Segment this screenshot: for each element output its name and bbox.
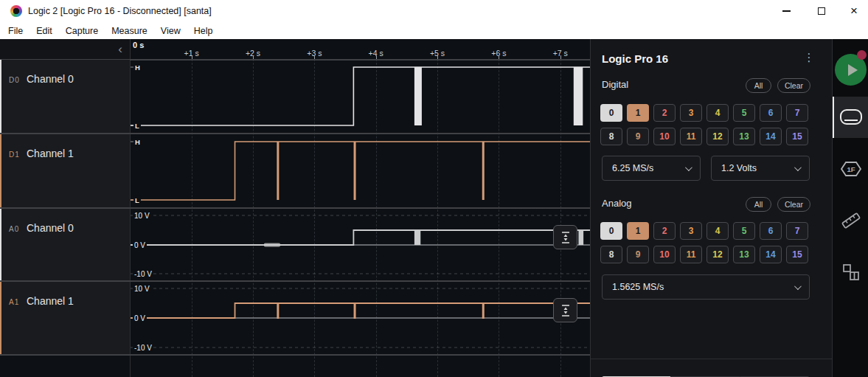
channel-index-label: D0 xyxy=(9,76,20,84)
digital-channel-button-6[interactable]: 6 xyxy=(760,104,782,122)
digital-sample-rate-value: 6.25 MS/s xyxy=(612,163,653,173)
sidebar-tab-measurements[interactable] xyxy=(833,200,868,241)
voltage-scale-label: -10 V xyxy=(133,344,153,352)
analyzers-1f-icon: 1F xyxy=(839,160,863,178)
menu-file[interactable]: File xyxy=(1,24,29,38)
analog-channel-button-5[interactable]: 5 xyxy=(733,222,755,240)
app-sidebar: 1F xyxy=(832,39,868,377)
autoscale-range-button[interactable] xyxy=(553,298,577,322)
channel-row-D1[interactable]: D1Channel 1 xyxy=(0,134,130,207)
logic2-window: Logic 2 [Logic Pro 16 - Disconnected] [s… xyxy=(0,0,868,377)
analog-channel-button-14[interactable]: 14 xyxy=(760,246,782,263)
sidebar-tab-device[interactable] xyxy=(833,97,868,138)
digital-channel-button-1[interactable]: 1 xyxy=(627,104,649,122)
digital-all-button[interactable]: All xyxy=(746,78,771,93)
row-divider xyxy=(0,354,590,356)
minimize-icon xyxy=(782,10,791,11)
waveform-row-D0[interactable]: HL xyxy=(130,60,590,133)
voltage-scale-label: -10 V xyxy=(133,270,153,278)
digital-channel-button-2[interactable]: 2 xyxy=(653,104,676,122)
channel-row-D0[interactable]: D0Channel 0 xyxy=(0,60,130,133)
analog-channel-button-13[interactable]: 13 xyxy=(733,246,755,263)
digital-section-label: Digital xyxy=(602,79,628,90)
timeline-zero-label: 0 s xyxy=(133,41,144,49)
digital-channel-button-13[interactable]: 13 xyxy=(733,128,755,145)
channel-index-label: A0 xyxy=(9,225,19,233)
logic-app-icon xyxy=(10,5,22,17)
extensions-icon xyxy=(841,263,861,282)
autoscale-icon xyxy=(560,231,571,244)
minimize-button[interactable] xyxy=(771,0,801,22)
analog-channel-button-12[interactable]: 12 xyxy=(706,246,729,263)
analog-channel-button-7[interactable]: 7 xyxy=(786,222,808,240)
digital-channel-button-10[interactable]: 10 xyxy=(653,128,676,145)
play-icon xyxy=(848,64,858,76)
digital-voltage-select[interactable]: 1.2 Volts xyxy=(711,156,810,181)
analog-channel-button-4[interactable]: 4 xyxy=(706,222,729,240)
digital-channel-button-9[interactable]: 9 xyxy=(627,128,649,145)
menu-edit[interactable]: Edit xyxy=(29,24,59,38)
close-button[interactable]: × xyxy=(839,0,868,22)
maximize-button[interactable] xyxy=(807,0,836,22)
waveform-row-A0[interactable]: 10 V0 V-10 V xyxy=(130,209,590,280)
autoscale-range-button[interactable] xyxy=(553,225,577,249)
analog-channel-button-2[interactable]: 2 xyxy=(653,222,676,240)
channel-row-A1[interactable]: A1Channel 1 xyxy=(0,282,130,354)
ruler-icon xyxy=(840,210,862,232)
channel-color-strip xyxy=(0,282,1,354)
analog-channel-button-8[interactable]: 8 xyxy=(600,246,622,263)
kebab-menu-icon[interactable]: ⋮ xyxy=(803,51,815,64)
analog-channel-button-0[interactable]: 0 xyxy=(600,222,622,240)
menu-measure[interactable]: Measure xyxy=(105,24,154,38)
digital-clear-button[interactable]: Clear xyxy=(777,78,810,93)
autoscale-icon xyxy=(560,304,571,317)
digital-channel-button-0[interactable]: 0 xyxy=(600,104,622,122)
digital-sample-rate-select[interactable]: 6.25 MS/s xyxy=(602,156,701,181)
digital-channel-button-15[interactable]: 15 xyxy=(786,128,808,145)
collapse-panel-chevron-icon[interactable]: ‹ xyxy=(114,44,127,57)
analog-all-button[interactable]: All xyxy=(746,197,771,212)
analog-sample-rate-select[interactable]: 1.5625 MS/s xyxy=(602,274,810,300)
digital-channel-button-4[interactable]: 4 xyxy=(706,104,729,122)
analog-channel-button-9[interactable]: 9 xyxy=(627,246,649,263)
logic-level-label: H xyxy=(133,138,142,146)
waveform-row-D1[interactable]: HL xyxy=(130,134,590,207)
digital-channel-button-12[interactable]: 12 xyxy=(706,128,729,145)
analog-section-label: Analog xyxy=(602,198,631,209)
logic-level-label: L xyxy=(133,196,141,204)
digital-voltage-value: 1.2 Volts xyxy=(721,163,757,173)
menu-help[interactable]: Help xyxy=(187,24,220,38)
main-area: ‹ 0 s +1 s+2 s+3 s+4 s+5 s+6 s+7 s HLHL1… xyxy=(0,39,868,377)
digital-channel-button-3[interactable]: 3 xyxy=(680,104,702,122)
analog-channel-row-2: 89101112131415 xyxy=(600,246,814,263)
digital-channel-button-8[interactable]: 8 xyxy=(600,128,622,145)
waveform-row-A1[interactable]: 10 V0 V-10 V xyxy=(130,282,590,354)
analog-channel-button-11[interactable]: 11 xyxy=(680,246,702,263)
channel-index-label: D1 xyxy=(9,151,20,159)
channel-row-A0[interactable]: A0Channel 0 xyxy=(0,209,130,280)
voltage-scale-label: 0 V xyxy=(133,314,147,322)
title-bar: Logic 2 [Logic Pro 16 - Disconnected] [s… xyxy=(0,0,868,22)
menu-capture[interactable]: Capture xyxy=(59,24,105,38)
analog-channel-button-3[interactable]: 3 xyxy=(680,222,702,240)
channel-index-label: A1 xyxy=(9,298,19,306)
channel-name-label: Channel 1 xyxy=(27,148,74,159)
sidebar-tab-extensions[interactable] xyxy=(833,252,868,293)
digital-channel-button-11[interactable]: 11 xyxy=(680,128,702,145)
analog-channel-button-10[interactable]: 10 xyxy=(653,246,676,263)
analog-channel-row-1: 01234567 xyxy=(600,222,814,240)
analog-clear-button[interactable]: Clear xyxy=(777,197,810,212)
analog-channel-button-15[interactable]: 15 xyxy=(786,246,808,263)
device-name: Logic Pro 16 xyxy=(602,52,668,65)
device-icon xyxy=(839,108,863,126)
menu-view[interactable]: View xyxy=(154,24,187,38)
digital-channel-button-5[interactable]: 5 xyxy=(733,104,755,122)
analog-channel-button-1[interactable]: 1 xyxy=(627,222,649,240)
chevron-down-icon xyxy=(685,164,692,171)
panel-divider xyxy=(591,359,832,359)
digital-channel-button-7[interactable]: 7 xyxy=(786,104,808,122)
analog-channel-button-6[interactable]: 6 xyxy=(760,222,782,240)
sidebar-tab-analyzers[interactable]: 1F xyxy=(833,148,868,190)
digital-channel-button-14[interactable]: 14 xyxy=(760,128,782,145)
analog-sample-rate-value: 1.5625 MS/s xyxy=(612,282,664,292)
